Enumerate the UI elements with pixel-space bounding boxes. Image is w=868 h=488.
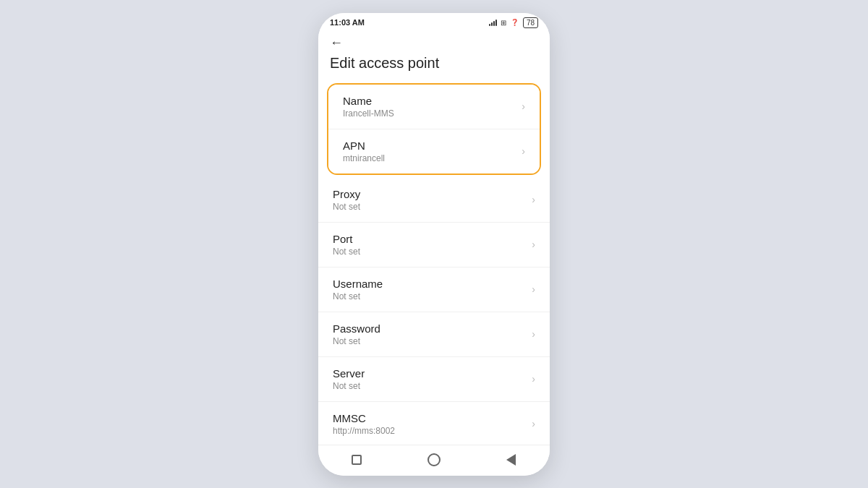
item-label-apn: APN: [343, 140, 385, 152]
settings-item-name[interactable]: Name Irancell-MMS ›: [328, 85, 540, 129]
chevron-right-icon: ›: [532, 418, 535, 429]
battery-text: 78: [523, 17, 538, 28]
item-value-name: Irancell-MMS: [343, 108, 394, 119]
nav-square-icon: [352, 455, 362, 465]
highlighted-items-list: Name Irancell-MMS › APN mtnirancell ›: [328, 85, 540, 174]
page-header: ← Edit access point: [318, 31, 550, 77]
item-label-port: Port: [333, 233, 360, 245]
item-value-username: Not set: [333, 291, 383, 301]
scroll-content: Name Irancell-MMS › APN mtnirancell ›: [318, 77, 550, 445]
page-title: Edit access point: [330, 55, 538, 72]
item-value-proxy: Not set: [333, 202, 360, 212]
settings-item-password[interactable]: Password Not set ›: [318, 312, 550, 357]
back-button[interactable]: ←: [330, 35, 343, 51]
chevron-right-icon: ›: [532, 328, 535, 340]
item-value-mmsc: http://mms:8002: [333, 426, 395, 436]
settings-item-apn[interactable]: APN mtnirancell ›: [328, 129, 540, 174]
chevron-right-icon: ›: [532, 239, 535, 250]
item-label-mmsc: MMSC: [333, 412, 395, 424]
phone-frame: 11:03 AM ⊞ ❓ 78 ← Edit access point: [318, 13, 550, 476]
highlighted-card: Name Irancell-MMS › APN mtnirancell ›: [327, 83, 541, 175]
item-label-password: Password: [333, 322, 380, 335]
item-value-server: Not set: [333, 381, 365, 391]
nav-back-button[interactable]: [498, 451, 524, 468]
item-label-proxy: Proxy: [333, 188, 360, 200]
item-value-password: Not set: [333, 336, 380, 346]
chevron-right-icon: ›: [532, 283, 535, 295]
nav-triangle-icon: [506, 454, 516, 466]
chevron-right-icon: ›: [522, 100, 525, 112]
status-time: 11:03 AM: [330, 18, 365, 27]
status-icons: ⊞ ❓ 78: [489, 17, 538, 28]
chevron-right-icon: ›: [532, 373, 535, 385]
item-label-username: Username: [333, 278, 383, 290]
settings-item-proxy[interactable]: Proxy Not set ›: [318, 178, 550, 223]
regular-items-list: Proxy Not set › Port Not set › Username …: [318, 178, 550, 445]
settings-item-server[interactable]: Server Not set ›: [318, 357, 550, 402]
settings-item-mmsc[interactable]: MMSC http://mms:8002 ›: [318, 402, 550, 445]
settings-item-username[interactable]: Username Not set ›: [318, 267, 550, 312]
notification-icon: ⊞: [501, 19, 506, 27]
nav-circle-icon: [427, 453, 441, 466]
item-label-name: Name: [343, 95, 394, 107]
nav-home-button[interactable]: [421, 451, 447, 468]
item-value-apn: mtnirancell: [343, 153, 385, 163]
item-value-port: Not set: [333, 247, 360, 257]
nav-square-button[interactable]: [344, 451, 370, 468]
back-arrow-icon: ←: [330, 35, 343, 51]
chevron-right-icon: ›: [532, 194, 535, 205]
chevron-right-icon: ›: [522, 145, 525, 157]
status-bar: 11:03 AM ⊞ ❓ 78: [318, 13, 550, 31]
signal-bars-icon: [489, 19, 497, 26]
item-label-server: Server: [333, 367, 365, 380]
settings-item-port[interactable]: Port Not set ›: [318, 223, 550, 267]
nav-bar: [318, 445, 550, 476]
sim-icon: ❓: [511, 19, 519, 26]
